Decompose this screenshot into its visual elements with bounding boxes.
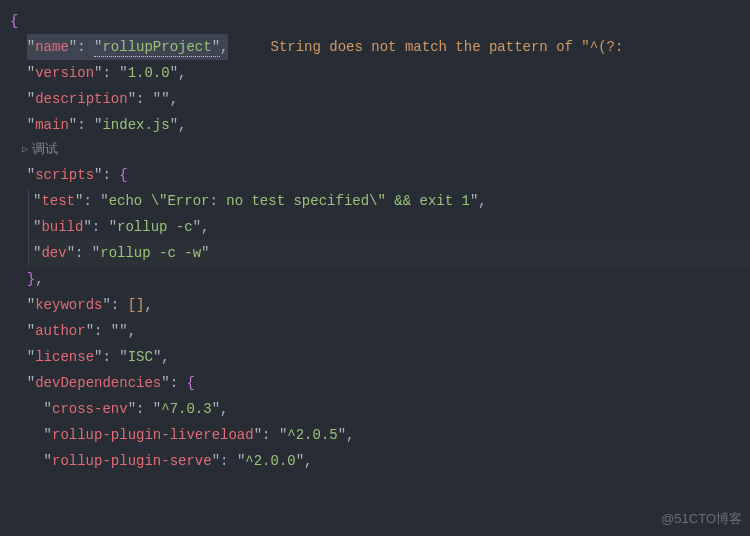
json-val-build: rollup -c (117, 219, 193, 235)
code-line-scripts-close: }, (0, 266, 750, 292)
code-line-scripts-open: "scripts": { (0, 162, 750, 188)
code-line-test: "test": "echo \"Error: no test specified… (29, 188, 750, 214)
json-key-keywords: keywords (35, 297, 102, 313)
json-key-dev: dev (41, 245, 66, 261)
debug-label: 调试 (32, 138, 58, 162)
json-val-dev: rollup -c -w (100, 245, 201, 261)
code-line: { (0, 8, 750, 34)
code-line-crossenv: "cross-env": "^7.0.3", (0, 396, 750, 422)
json-val-name: rollupProject (102, 39, 211, 55)
json-key-build: build (41, 219, 83, 235)
code-line-name: "name": "rollupProject", String does not… (0, 34, 750, 60)
json-key-description: description (35, 91, 127, 107)
json-key-livereload: rollup-plugin-livereload (52, 427, 254, 443)
json-key-version: version (35, 65, 94, 81)
code-line-livereload: "rollup-plugin-livereload": "^2.0.5", (0, 422, 750, 448)
code-line-version: "version": "1.0.0", (0, 60, 750, 86)
json-val-license: ISC (128, 349, 153, 365)
json-key-name: name (35, 39, 69, 55)
json-val-serve: ^2.0.0 (245, 453, 295, 469)
code-editor[interactable]: { "name": "rollupProject", String does n… (0, 8, 750, 474)
watermark: @51CTO博客 (661, 506, 742, 532)
code-line-main: "main": "index.js", (0, 112, 750, 138)
play-icon: ▷ (22, 138, 28, 162)
debug-codelens[interactable]: ▷调试 (0, 138, 750, 162)
json-key-crossenv: cross-env (52, 401, 128, 417)
json-key-serve: rollup-plugin-serve (52, 453, 212, 469)
json-key-scripts: scripts (35, 167, 94, 183)
json-key-license: license (35, 349, 94, 365)
lint-warning: String does not match the pattern of "^(… (271, 39, 624, 55)
code-line-devdeps-open: "devDependencies": { (0, 370, 750, 396)
code-line-serve: "rollup-plugin-serve": "^2.0.0", (0, 448, 750, 474)
brace-open: { (10, 13, 18, 29)
json-key-main: main (35, 117, 69, 133)
json-val-main: index.js (102, 117, 169, 133)
code-line-keywords: "keywords": [], (0, 292, 750, 318)
json-key-test: test (41, 193, 75, 209)
json-val-test: echo \"Error: no test specified\" && exi… (109, 193, 470, 209)
json-val-crossenv: ^7.0.3 (161, 401, 211, 417)
json-key-devdeps: devDependencies (35, 375, 161, 391)
code-line-author: "author": "", (0, 318, 750, 344)
code-line-dev: "dev": "rollup -c -w" (29, 240, 750, 266)
json-key-author: author (35, 323, 85, 339)
code-line-description: "description": "", (0, 86, 750, 112)
json-val-version: 1.0.0 (128, 65, 170, 81)
code-line-license: "license": "ISC", (0, 344, 750, 370)
json-val-livereload: ^2.0.5 (287, 427, 337, 443)
code-line-build: "build": "rollup -c", (29, 214, 750, 240)
